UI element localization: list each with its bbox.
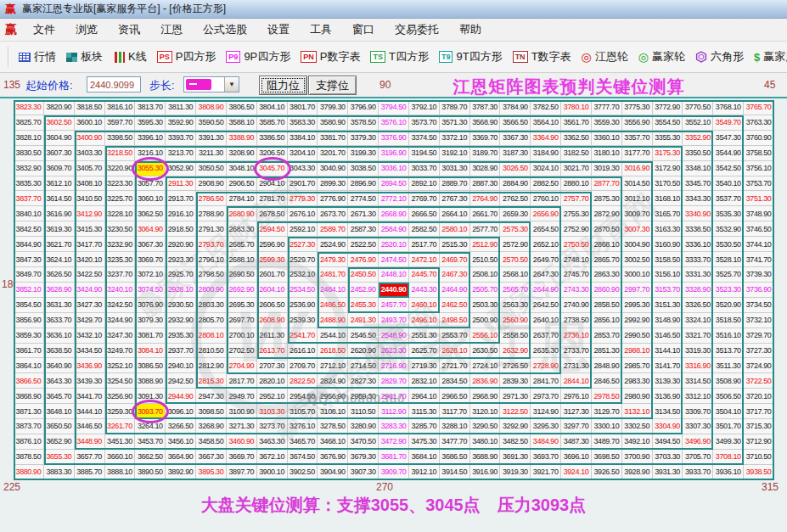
grid-cell: 2846.50 bbox=[592, 373, 622, 389]
grid-cell: 2978.50 bbox=[592, 389, 622, 404]
grid-cell: 3410.50 bbox=[75, 191, 105, 206]
grid-cell: 3832.90 bbox=[14, 161, 44, 176]
grid-cell: 3146.50 bbox=[653, 328, 683, 344]
toolbar-item-P数字表[interactable]: PNP数字表 bbox=[295, 47, 365, 67]
grid-cell: 2505.70 bbox=[470, 283, 501, 298]
toolbar-item-六角形[interactable]: 六角形 bbox=[690, 47, 749, 67]
toolbar-item-label: 赢家轮 bbox=[652, 49, 685, 64]
grid-cell: 3782.50 bbox=[531, 100, 561, 115]
toolbar-item-行情[interactable]: 行情 bbox=[14, 47, 61, 67]
grid-cell: 2971.30 bbox=[500, 389, 531, 404]
toolbar-item-赢家轮[interactable]: ◎赢家轮 bbox=[633, 47, 690, 67]
grid-cell: 2616.10 bbox=[288, 344, 318, 359]
resistance-button[interactable]: 阻力位 bbox=[259, 76, 307, 95]
grid-cell: 2788.90 bbox=[196, 206, 227, 221]
grid-cell: 3592.90 bbox=[166, 115, 196, 131]
menu-item-文件[interactable]: 文件 bbox=[23, 20, 65, 40]
app-logo-icon: 赢 bbox=[5, 2, 16, 17]
grid-cell: 2901.70 bbox=[288, 176, 318, 192]
toolbar-item-K线[interactable]: K线 bbox=[108, 47, 152, 67]
grid-cell: 3204.10 bbox=[288, 146, 318, 161]
grid-cell: 3739.30 bbox=[744, 267, 774, 283]
toolbar-item-T数字表[interactable]: TNT数字表 bbox=[508, 47, 576, 67]
toolbar-item-label: 六角形 bbox=[711, 49, 744, 64]
toolbar-item-label: T数字表 bbox=[531, 49, 571, 64]
grid-cell: 3220.90 bbox=[105, 161, 136, 176]
toolbar-item-江恩轮[interactable]: ◎江恩轮 bbox=[576, 47, 633, 67]
grid-cell: 2800.90 bbox=[196, 283, 227, 298]
grid-cell: 2558.50 bbox=[500, 328, 531, 344]
grid-cell: 3763.30 bbox=[744, 115, 774, 131]
grid-cell: 3595.30 bbox=[135, 115, 166, 131]
grid-cell: 3751.30 bbox=[744, 191, 774, 206]
grid-cell: 3936.10 bbox=[713, 465, 744, 480]
grid-cell: 3079.30 bbox=[135, 313, 166, 328]
grid-cell: 3153.70 bbox=[653, 283, 683, 298]
grid-cell: 3043.30 bbox=[288, 161, 318, 176]
grid-cell: 2892.10 bbox=[409, 176, 440, 192]
start-price-input[interactable] bbox=[87, 76, 141, 92]
grid-cell: 2798.50 bbox=[196, 267, 227, 283]
grid-cell: 3163.30 bbox=[653, 221, 683, 237]
menu-item-工具[interactable]: 工具 bbox=[300, 20, 342, 40]
grid-cell: 2714.50 bbox=[348, 358, 379, 373]
grid-cell: 3132.10 bbox=[622, 404, 653, 419]
chevron-down-icon[interactable]: ▼ bbox=[224, 77, 239, 92]
grid-cell: 3684.10 bbox=[409, 450, 440, 465]
menu-item-设置[interactable]: 设置 bbox=[257, 20, 300, 40]
grid-cell: 3228.10 bbox=[105, 206, 136, 221]
menu-item-窗口[interactable]: 窗口 bbox=[342, 20, 385, 40]
step-combobox[interactable]: ▼ bbox=[183, 76, 239, 92]
grid-cell: 3580.90 bbox=[318, 115, 348, 131]
grid-cell: 3045.70 bbox=[257, 161, 288, 176]
grid-cell: 2748.10 bbox=[561, 252, 592, 267]
grid-cell: 2692.90 bbox=[227, 283, 257, 298]
grid-cell: 2870.50 bbox=[592, 221, 622, 237]
grid-cell: 3895.30 bbox=[196, 465, 227, 480]
menu-item-资讯[interactable]: 资讯 bbox=[108, 20, 150, 40]
grid-cell: 3444.10 bbox=[75, 404, 105, 419]
toolbar-item-9T四方形[interactable]: T99T四方形 bbox=[434, 47, 508, 67]
grid-cell: 3129.70 bbox=[592, 404, 622, 419]
grid-cell: 3261.70 bbox=[105, 419, 136, 434]
grid-cell: 3705.70 bbox=[683, 450, 713, 465]
grid-cell: 2539.30 bbox=[288, 313, 318, 328]
toolbar-item-9P四方形[interactable]: P99P四方形 bbox=[221, 47, 295, 67]
grid-cell: 2712.10 bbox=[318, 358, 348, 373]
grid-cell: 2460.10 bbox=[409, 298, 440, 313]
grid-cell: 3487.30 bbox=[561, 434, 592, 450]
menu-item-浏览[interactable]: 浏览 bbox=[65, 20, 108, 40]
grid-cell: 3048.10 bbox=[227, 161, 257, 176]
grid-cell: 3427.30 bbox=[75, 298, 105, 313]
grid-cell: 3626.50 bbox=[44, 267, 75, 283]
grid-cell: 3847.30 bbox=[14, 252, 44, 267]
grid-cell: 3201.70 bbox=[318, 146, 348, 161]
grid-cell: 3688.90 bbox=[470, 450, 501, 465]
grid-cell: 3885.70 bbox=[75, 465, 105, 480]
grid-cell: 2947.30 bbox=[196, 389, 227, 404]
grid-cell: 2481.70 bbox=[318, 267, 348, 283]
grid-cell: 3168.10 bbox=[653, 191, 683, 206]
grid-cell: 2791.30 bbox=[196, 221, 227, 237]
grid-cell: 3856.90 bbox=[14, 313, 44, 328]
grid-cell: 2872.90 bbox=[592, 206, 622, 221]
toolbar-item-板块[interactable]: 板块 bbox=[61, 47, 108, 67]
support-button[interactable]: 支撑位 bbox=[308, 76, 357, 95]
grid-cell: 3324.10 bbox=[683, 313, 713, 328]
menu-item-交易委托[interactable]: 交易委托 bbox=[385, 20, 449, 40]
toolbar-item-P四方形[interactable]: PSP四方形 bbox=[152, 47, 222, 67]
grid-cell: 3321.70 bbox=[683, 328, 713, 344]
menu-item-帮助[interactable]: 帮助 bbox=[449, 20, 492, 40]
grid-cell: 3806.50 bbox=[227, 100, 257, 115]
grid-cell: 2988.10 bbox=[622, 344, 653, 359]
grid-cell: 3883.30 bbox=[44, 465, 75, 480]
toolbar-item-赢家服务[interactable]: $赢家服务 bbox=[749, 47, 787, 67]
toolbar-item-label: K线 bbox=[128, 49, 147, 64]
grid-cell: 2695.30 bbox=[227, 298, 257, 313]
grid-cell: 3504.10 bbox=[713, 404, 744, 419]
grid-cell: 2659.30 bbox=[500, 206, 531, 221]
toolbar-item-T四方形[interactable]: TST四方形 bbox=[365, 47, 433, 67]
menu-item-公式选股[interactable]: 公式选股 bbox=[193, 20, 257, 40]
menu-item-江恩[interactable]: 江恩 bbox=[150, 20, 193, 40]
grid-cell: 2556.10 bbox=[470, 328, 501, 344]
